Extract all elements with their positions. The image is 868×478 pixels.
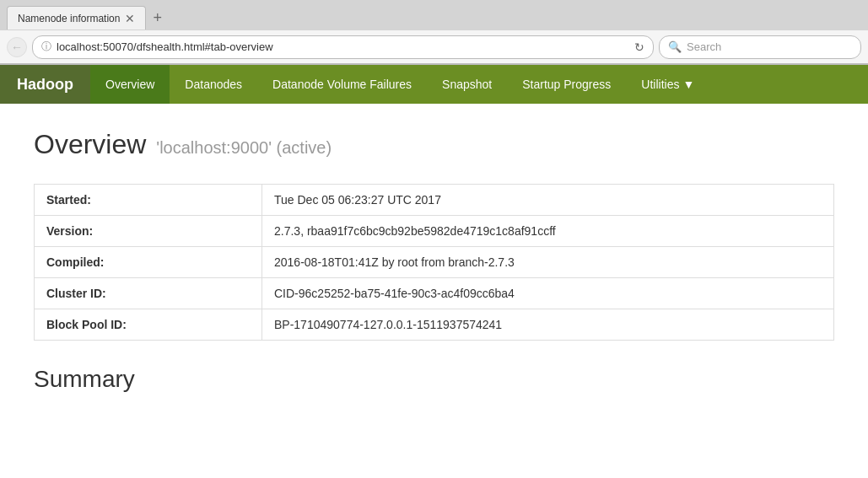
tab-title: Namenode information <box>18 13 120 24</box>
row-label: Version: <box>35 216 262 247</box>
overview-table: Started: Tue Dec 05 06:23:27 UTC 2017 Ve… <box>34 184 834 341</box>
nav-item-datanodes[interactable]: Datanodes <box>170 65 257 104</box>
url-text: localhost:50070/dfshealth.html#tab-overv… <box>57 40 629 53</box>
hadoop-navbar: Hadoop Overview Datanodes Datanode Volum… <box>0 65 868 104</box>
row-value: 2.7.3, rbaa91f7c6bc9cb92be5982de4719c1c8… <box>262 216 834 247</box>
row-label: Block Pool ID: <box>35 309 262 341</box>
row-value: Tue Dec 05 06:23:27 UTC 2017 <box>262 185 834 216</box>
nav-item-utilities[interactable]: Utilities ▼ <box>626 65 709 104</box>
back-button[interactable]: ← <box>7 37 27 57</box>
nav-item-datanode-volume-failures[interactable]: Datanode Volume Failures <box>257 65 427 104</box>
row-value: 2016-08-18T01:41Z by root from branch-2.… <box>262 247 834 278</box>
url-bar[interactable]: ⓘ localhost:50070/dfshealth.html#tab-ove… <box>32 35 654 59</box>
row-label: Cluster ID: <box>35 278 262 309</box>
table-row: Block Pool ID: BP-1710490774-127.0.0.1-1… <box>35 309 834 341</box>
row-label: Started: <box>35 185 262 216</box>
table-row: Compiled: 2016-08-18T01:41Z by root from… <box>35 247 834 278</box>
browser-chrome: Namenode information ✕ + ← ⓘ localhost:5… <box>0 0 868 65</box>
table-row: Started: Tue Dec 05 06:23:27 UTC 2017 <box>35 185 834 216</box>
address-bar: ← ⓘ localhost:50070/dfshealth.html#tab-o… <box>0 30 868 64</box>
main-content: Overview 'localhost:9000' (active) Start… <box>0 104 868 432</box>
dropdown-arrow-icon: ▼ <box>682 78 694 91</box>
active-tab[interactable]: Namenode information ✕ <box>7 6 146 30</box>
title-row: Overview 'localhost:9000' (active) <box>34 129 834 164</box>
nav-item-snapshot[interactable]: Snapshot <box>427 65 507 104</box>
nav-item-startup-progress[interactable]: Startup Progress <box>507 65 626 104</box>
page-subtitle: 'localhost:9000' (active) <box>156 138 332 158</box>
new-tab-button[interactable]: + <box>149 10 165 25</box>
page-title: Overview <box>34 129 146 160</box>
row-label: Compiled: <box>35 247 262 278</box>
search-box[interactable]: 🔍 Search <box>659 35 861 59</box>
tab-close-button[interactable]: ✕ <box>125 12 135 25</box>
table-row: Cluster ID: CID-96c25252-ba75-41fe-90c3-… <box>35 278 834 309</box>
info-icon: ⓘ <box>41 40 51 54</box>
tab-bar: Namenode information ✕ + <box>0 0 868 30</box>
row-value: CID-96c25252-ba75-41fe-90c3-ac4f09cc6ba4 <box>262 278 834 309</box>
table-row: Version: 2.7.3, rbaa91f7c6bc9cb92be5982d… <box>35 216 834 247</box>
hadoop-brand[interactable]: Hadoop <box>0 65 90 104</box>
summary-title: Summary <box>34 366 834 393</box>
row-value: BP-1710490774-127.0.0.1-1511937574241 <box>262 309 834 341</box>
back-icon: ← <box>11 40 23 54</box>
reload-button[interactable]: ↻ <box>634 40 644 54</box>
search-placeholder: Search <box>687 40 721 53</box>
nav-item-overview[interactable]: Overview <box>90 65 170 104</box>
search-icon: 🔍 <box>668 40 682 53</box>
